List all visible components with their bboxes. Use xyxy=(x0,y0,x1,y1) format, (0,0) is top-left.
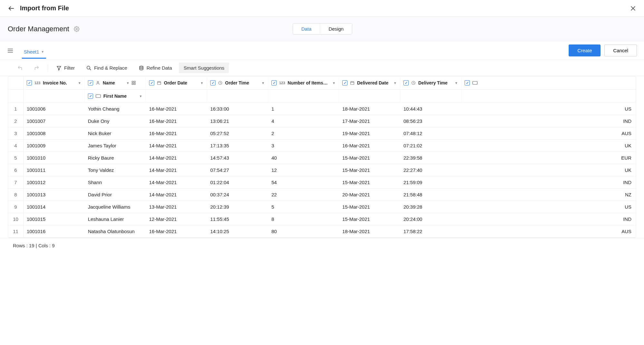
table-row[interactable]: 51001010Ricky Baure14-Mar-202114:57:4340… xyxy=(8,152,636,164)
chevron-down-icon[interactable]: ▼ xyxy=(78,81,81,85)
cell-delivered-date: 15-Mar-2021 xyxy=(339,213,400,225)
cell-delivered-date: 18-Mar-2021 xyxy=(339,103,400,115)
col-items[interactable]: ✓ 123 Number of Items… ▼ xyxy=(268,76,339,89)
checkbox-icon[interactable]: ✓ xyxy=(342,80,347,85)
cell-items: 5 xyxy=(268,201,339,213)
col-delivery-time[interactable]: ✓ Delivery Time ▼ xyxy=(400,76,461,89)
sheet-label: Sheet1 xyxy=(24,49,39,54)
row-number: 5 xyxy=(8,152,24,164)
cell-delivery-time: 21:58:48 xyxy=(400,189,461,201)
cell-invoice: 1001006 xyxy=(24,103,85,115)
table-row[interactable]: 91001014Jacqueline Williams13-Mar-202120… xyxy=(8,201,636,213)
svg-rect-27 xyxy=(96,94,101,97)
cell-name: Shann xyxy=(85,176,146,188)
close-icon[interactable] xyxy=(630,5,636,12)
col-extra[interactable]: ✓ xyxy=(461,76,636,89)
table-row[interactable]: 81001013David Prior14-Mar-202100:37:2422… xyxy=(8,189,636,201)
table-row[interactable]: 111001016Natasha Olatunbosun16-Mar-20211… xyxy=(8,225,636,238)
calendar-icon xyxy=(350,81,355,85)
cell-invoice: 1001009 xyxy=(24,140,85,152)
tab-design[interactable]: Design xyxy=(320,24,352,34)
expand-icon[interactable] xyxy=(131,81,136,85)
table-row[interactable]: 11001006Yothin Cheang16-Mar-202116:33:00… xyxy=(8,103,636,115)
undo-button[interactable] xyxy=(13,63,27,73)
smart-suggestions-button[interactable]: Smart Suggestions xyxy=(179,63,229,73)
subcol-firstname[interactable]: ✓ First Name ▼ xyxy=(85,90,146,103)
checkbox-icon[interactable]: ✓ xyxy=(149,80,154,85)
checkbox-icon[interactable]: ✓ xyxy=(271,80,277,85)
cancel-button[interactable]: Cancel xyxy=(604,44,637,56)
filter-button[interactable]: Filter xyxy=(52,63,79,73)
cell-order-time: 16:33:00 xyxy=(207,103,268,115)
cell-order-date: 14-Mar-2021 xyxy=(146,164,207,176)
table-row[interactable]: 101001015Leshauna Lanier12-Mar-202111:55… xyxy=(8,213,636,225)
find-replace-button[interactable]: Find & Replace xyxy=(82,63,132,73)
table-body[interactable]: 11001006Yothin Cheang16-Mar-202116:33:00… xyxy=(8,103,636,238)
cell-country: AUS xyxy=(461,225,636,237)
subcol-empty xyxy=(268,90,339,103)
cell-name: Ricky Baure xyxy=(85,152,146,164)
row-number: 11 xyxy=(8,225,24,237)
text-icon xyxy=(472,81,478,85)
cell-items: 4 xyxy=(268,115,339,127)
col-order-date[interactable]: ✓ Order Date ▼ xyxy=(146,76,207,89)
cell-delivered-date: 15-Mar-2021 xyxy=(339,152,400,164)
chevron-down-icon[interactable]: ▼ xyxy=(200,81,204,85)
cell-items: 22 xyxy=(268,189,339,201)
sheet-tab[interactable]: Sheet1 ▼ xyxy=(22,46,46,59)
cell-order-date: 16-Mar-2021 xyxy=(146,127,207,139)
row-number: 4 xyxy=(8,140,24,152)
table-row[interactable]: 61001011Tony Valdez14-Mar-202107:54:2712… xyxy=(8,164,636,176)
col-name[interactable]: ✓ Name ▼ xyxy=(85,76,146,89)
cell-order-time: 11:55:45 xyxy=(207,213,268,225)
gear-icon[interactable] xyxy=(74,26,80,32)
chevron-down-icon[interactable]: ▼ xyxy=(455,81,458,85)
hamburger-icon[interactable] xyxy=(7,47,14,54)
refine-data-button[interactable]: Refine Data xyxy=(134,63,176,73)
checkbox-icon[interactable]: ✓ xyxy=(88,94,93,99)
row-number: 8 xyxy=(8,189,24,201)
cell-order-date: 12-Mar-2021 xyxy=(146,213,207,225)
cell-delivered-date: 19-Mar-2021 xyxy=(339,127,400,139)
chevron-down-icon[interactable]: ▼ xyxy=(332,81,336,85)
cell-country: NZ xyxy=(461,189,636,201)
table-row[interactable]: 21001007Duke Ony16-Mar-202113:06:21417-M… xyxy=(8,115,636,127)
cell-delivery-time: 10:44:43 xyxy=(400,103,461,115)
row-number: 2 xyxy=(8,115,24,127)
checkbox-icon[interactable]: ✓ xyxy=(210,80,215,85)
refine-icon xyxy=(139,65,144,71)
table-row[interactable]: 41001009James Taylor14-Mar-202117:13:353… xyxy=(8,140,636,152)
checkbox-icon[interactable]: ✓ xyxy=(27,80,32,85)
col-label: Delivered Date xyxy=(357,80,388,85)
cell-invoice: 1001008 xyxy=(24,127,85,139)
chevron-down-icon[interactable]: ▼ xyxy=(139,94,142,98)
cell-items: 1 xyxy=(268,103,339,115)
person-icon xyxy=(96,81,100,85)
chevron-down-icon[interactable]: ▼ xyxy=(393,81,397,85)
col-invoice[interactable]: ✓ 123 Invoice No. ▼ xyxy=(24,76,85,89)
tab-data[interactable]: Data xyxy=(293,24,320,34)
create-button[interactable]: Create xyxy=(569,44,601,56)
table-row[interactable]: 31001008Nick Buker16-Mar-202105:27:52219… xyxy=(8,127,636,140)
cell-order-date: 13-Mar-2021 xyxy=(146,201,207,213)
chevron-down-icon[interactable]: ▼ xyxy=(126,81,129,85)
cell-invoice: 1001013 xyxy=(24,189,85,201)
number-icon: 123 xyxy=(34,81,40,85)
checkbox-icon[interactable]: ✓ xyxy=(465,80,470,85)
svg-marker-7 xyxy=(57,66,61,70)
cell-name: Jacqueline Williams xyxy=(85,201,146,213)
topbar: Import from File xyxy=(0,0,644,17)
cell-items: 12 xyxy=(268,164,339,176)
col-order-time[interactable]: ✓ Order Time ▼ xyxy=(207,76,268,89)
col-delivered-date[interactable]: ✓ Delivered Date ▼ xyxy=(339,76,400,89)
cell-country: UK xyxy=(461,140,636,152)
checkbox-icon[interactable]: ✓ xyxy=(403,80,409,85)
toolbar-divider xyxy=(48,64,48,72)
subcol-empty xyxy=(146,90,207,103)
chevron-down-icon[interactable]: ▼ xyxy=(261,81,265,85)
redo-button[interactable] xyxy=(30,63,44,73)
cell-invoice: 1001011 xyxy=(24,164,85,176)
checkbox-icon[interactable]: ✓ xyxy=(88,80,93,85)
table-row[interactable]: 71001012Shann14-Mar-202101:22:045415-Mar… xyxy=(8,176,636,189)
back-icon[interactable] xyxy=(8,5,15,12)
